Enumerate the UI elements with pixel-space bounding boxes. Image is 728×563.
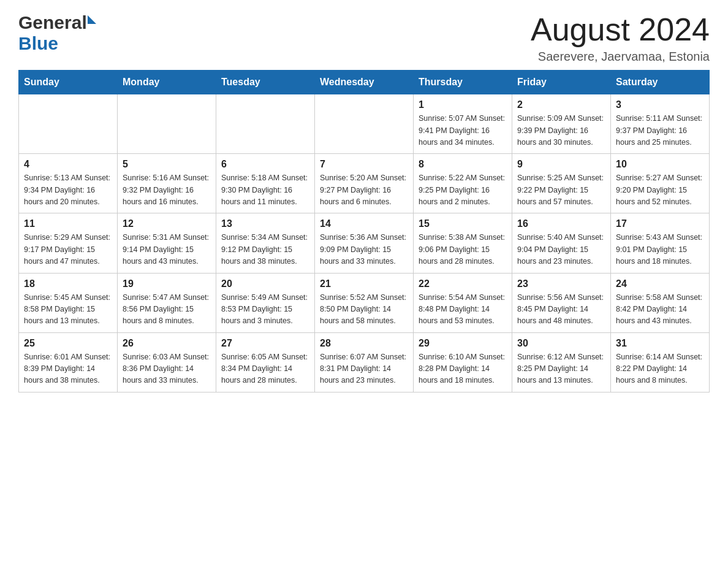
day-info: Sunrise: 5:40 AM Sunset: 9:04 PM Dayligh…	[517, 232, 605, 267]
calendar-cell: 23Sunrise: 5:56 AM Sunset: 8:45 PM Dayli…	[512, 273, 611, 332]
day-number: 4	[24, 159, 112, 170]
day-number: 22	[419, 278, 507, 289]
calendar-cell: 3Sunrise: 5:11 AM Sunset: 9:37 PM Daylig…	[611, 94, 710, 154]
calendar-cell: 8Sunrise: 5:22 AM Sunset: 9:25 PM Daylig…	[414, 154, 512, 213]
day-number: 11	[24, 218, 112, 229]
calendar-cell: 4Sunrise: 5:13 AM Sunset: 9:34 PM Daylig…	[19, 154, 118, 213]
day-info: Sunrise: 5:43 AM Sunset: 9:01 PM Dayligh…	[616, 232, 704, 267]
day-number: 17	[616, 218, 704, 229]
day-number: 15	[419, 218, 507, 229]
day-number: 10	[616, 159, 704, 170]
day-info: Sunrise: 6:14 AM Sunset: 8:22 PM Dayligh…	[616, 351, 704, 387]
logo-arrow-icon	[88, 15, 96, 24]
weekday-header-thursday: Thursday	[414, 71, 512, 94]
day-info: Sunrise: 5:36 AM Sunset: 9:09 PM Dayligh…	[320, 232, 408, 267]
day-number: 5	[123, 159, 211, 170]
day-number: 25	[24, 338, 112, 349]
day-number: 7	[320, 159, 408, 170]
day-info: Sunrise: 5:29 AM Sunset: 9:17 PM Dayligh…	[24, 232, 112, 267]
calendar-cell	[19, 94, 118, 154]
day-info: Sunrise: 5:38 AM Sunset: 9:06 PM Dayligh…	[419, 232, 507, 267]
location-title: Saerevere, Jaervamaa, Estonia	[531, 50, 710, 64]
calendar-cell: 22Sunrise: 5:54 AM Sunset: 8:48 PM Dayli…	[414, 273, 512, 332]
calendar-cell	[118, 94, 216, 154]
day-info: Sunrise: 5:20 AM Sunset: 9:27 PM Dayligh…	[320, 172, 408, 208]
weekday-header-tuesday: Tuesday	[216, 71, 315, 94]
day-info: Sunrise: 5:16 AM Sunset: 9:32 PM Dayligh…	[123, 172, 211, 208]
calendar-cell: 25Sunrise: 6:01 AM Sunset: 8:39 PM Dayli…	[19, 332, 118, 392]
day-number: 24	[616, 278, 704, 289]
day-info: Sunrise: 5:13 AM Sunset: 9:34 PM Dayligh…	[24, 172, 112, 208]
month-title: August 2024	[531, 12, 710, 47]
day-info: Sunrise: 5:31 AM Sunset: 9:14 PM Dayligh…	[123, 232, 211, 267]
logo: General Blue	[18, 12, 96, 54]
day-number: 16	[517, 218, 605, 229]
title-block: August 2024 Saerevere, Jaervamaa, Estoni…	[531, 12, 710, 64]
day-info: Sunrise: 5:09 AM Sunset: 9:39 PM Dayligh…	[517, 113, 605, 148]
calendar-cell	[216, 94, 315, 154]
day-number: 20	[221, 278, 309, 289]
calendar-cell: 14Sunrise: 5:36 AM Sunset: 9:09 PM Dayli…	[315, 213, 414, 273]
calendar-cell: 15Sunrise: 5:38 AM Sunset: 9:06 PM Dayli…	[414, 213, 512, 273]
day-number: 23	[517, 278, 605, 289]
calendar-cell: 12Sunrise: 5:31 AM Sunset: 9:14 PM Dayli…	[118, 213, 216, 273]
logo-blue-text: Blue	[18, 33, 58, 54]
calendar-week-row: 11Sunrise: 5:29 AM Sunset: 9:17 PM Dayli…	[19, 213, 710, 273]
day-info: Sunrise: 5:45 AM Sunset: 8:58 PM Dayligh…	[24, 292, 112, 327]
day-info: Sunrise: 5:54 AM Sunset: 8:48 PM Dayligh…	[419, 292, 507, 327]
day-number: 14	[320, 218, 408, 229]
day-number: 28	[320, 338, 408, 349]
day-info: Sunrise: 6:07 AM Sunset: 8:31 PM Dayligh…	[320, 351, 408, 387]
logo-general-text: General	[18, 12, 87, 33]
calendar-week-row: 4Sunrise: 5:13 AM Sunset: 9:34 PM Daylig…	[19, 154, 710, 213]
calendar-cell: 17Sunrise: 5:43 AM Sunset: 9:01 PM Dayli…	[611, 213, 710, 273]
day-info: Sunrise: 5:11 AM Sunset: 9:37 PM Dayligh…	[616, 113, 704, 148]
calendar-table: SundayMondayTuesdayWednesdayThursdayFrid…	[18, 70, 710, 393]
day-info: Sunrise: 5:22 AM Sunset: 9:25 PM Dayligh…	[419, 172, 507, 208]
calendar-cell: 21Sunrise: 5:52 AM Sunset: 8:50 PM Dayli…	[315, 273, 414, 332]
calendar-cell: 7Sunrise: 5:20 AM Sunset: 9:27 PM Daylig…	[315, 154, 414, 213]
calendar-cell: 10Sunrise: 5:27 AM Sunset: 9:20 PM Dayli…	[611, 154, 710, 213]
day-info: Sunrise: 5:07 AM Sunset: 9:41 PM Dayligh…	[419, 113, 507, 148]
day-number: 3	[616, 99, 704, 110]
day-number: 13	[221, 218, 309, 229]
calendar-cell: 6Sunrise: 5:18 AM Sunset: 9:30 PM Daylig…	[216, 154, 315, 213]
day-number: 2	[517, 99, 605, 110]
day-number: 26	[123, 338, 211, 349]
calendar-cell: 19Sunrise: 5:47 AM Sunset: 8:56 PM Dayli…	[118, 273, 216, 332]
calendar-cell: 29Sunrise: 6:10 AM Sunset: 8:28 PM Dayli…	[414, 332, 512, 392]
day-info: Sunrise: 5:49 AM Sunset: 8:53 PM Dayligh…	[221, 292, 309, 327]
calendar-cell: 26Sunrise: 6:03 AM Sunset: 8:36 PM Dayli…	[118, 332, 216, 392]
day-number: 12	[123, 218, 211, 229]
weekday-header-friday: Friday	[512, 71, 611, 94]
day-info: Sunrise: 5:58 AM Sunset: 8:42 PM Dayligh…	[616, 292, 704, 327]
calendar-header-row: SundayMondayTuesdayWednesdayThursdayFrid…	[19, 71, 710, 94]
calendar-week-row: 18Sunrise: 5:45 AM Sunset: 8:58 PM Dayli…	[19, 273, 710, 332]
day-number: 6	[221, 159, 309, 170]
day-info: Sunrise: 5:52 AM Sunset: 8:50 PM Dayligh…	[320, 292, 408, 327]
calendar-cell: 18Sunrise: 5:45 AM Sunset: 8:58 PM Dayli…	[19, 273, 118, 332]
calendar-cell: 13Sunrise: 5:34 AM Sunset: 9:12 PM Dayli…	[216, 213, 315, 273]
day-number: 30	[517, 338, 605, 349]
day-info: Sunrise: 6:05 AM Sunset: 8:34 PM Dayligh…	[221, 351, 309, 387]
calendar-cell: 9Sunrise: 5:25 AM Sunset: 9:22 PM Daylig…	[512, 154, 611, 213]
day-info: Sunrise: 6:01 AM Sunset: 8:39 PM Dayligh…	[24, 351, 112, 387]
calendar-cell: 24Sunrise: 5:58 AM Sunset: 8:42 PM Dayli…	[611, 273, 710, 332]
calendar-week-row: 1Sunrise: 5:07 AM Sunset: 9:41 PM Daylig…	[19, 94, 710, 154]
calendar-cell: 11Sunrise: 5:29 AM Sunset: 9:17 PM Dayli…	[19, 213, 118, 273]
weekday-header-saturday: Saturday	[611, 71, 710, 94]
weekday-header-sunday: Sunday	[19, 71, 118, 94]
calendar-cell: 5Sunrise: 5:16 AM Sunset: 9:32 PM Daylig…	[118, 154, 216, 213]
calendar-cell: 20Sunrise: 5:49 AM Sunset: 8:53 PM Dayli…	[216, 273, 315, 332]
calendar-cell	[315, 94, 414, 154]
day-info: Sunrise: 6:03 AM Sunset: 8:36 PM Dayligh…	[123, 351, 211, 387]
day-info: Sunrise: 5:25 AM Sunset: 9:22 PM Dayligh…	[517, 172, 605, 208]
day-info: Sunrise: 5:27 AM Sunset: 9:20 PM Dayligh…	[616, 172, 704, 208]
day-info: Sunrise: 5:34 AM Sunset: 9:12 PM Dayligh…	[221, 232, 309, 267]
day-number: 31	[616, 338, 704, 349]
calendar-cell: 28Sunrise: 6:07 AM Sunset: 8:31 PM Dayli…	[315, 332, 414, 392]
calendar-cell: 30Sunrise: 6:12 AM Sunset: 8:25 PM Dayli…	[512, 332, 611, 392]
day-number: 29	[419, 338, 507, 349]
calendar-cell: 31Sunrise: 6:14 AM Sunset: 8:22 PM Dayli…	[611, 332, 710, 392]
page-header: General Blue August 2024 Saerevere, Jaer…	[18, 12, 710, 64]
